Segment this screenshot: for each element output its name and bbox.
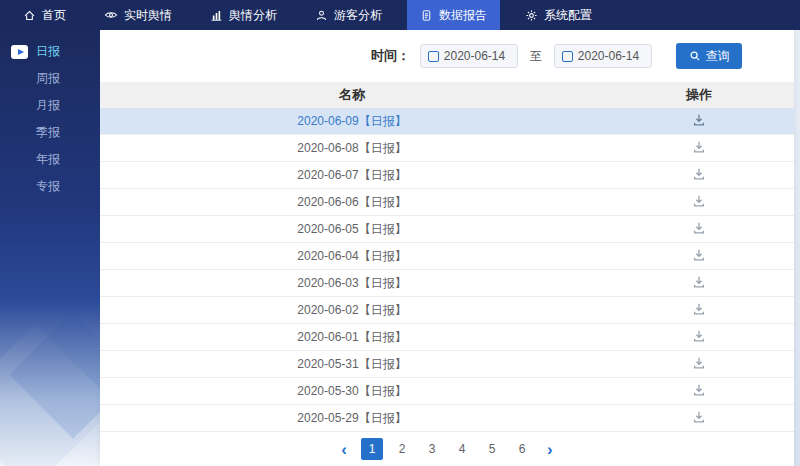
row-actions (604, 329, 794, 346)
nav-item-report[interactable]: 数据报告 (407, 0, 500, 30)
sidebar-item-label: 月报 (36, 97, 60, 114)
calendar-icon (562, 51, 573, 62)
row-actions (604, 194, 794, 211)
nav-item-label: 数据报告 (439, 7, 487, 24)
date-from-input[interactable]: 2020-06-14 (420, 44, 518, 68)
sidebar-item-special[interactable]: 专报 (0, 173, 100, 200)
filter-bar: 时间： 2020-06-14 至 2020-06-14 查询 (100, 30, 794, 82)
report-name-link[interactable]: 2020-05-29【日报】 (100, 410, 604, 427)
row-actions (604, 248, 794, 265)
download-icon[interactable] (692, 194, 706, 208)
nav-item-label: 实时舆情 (124, 7, 172, 24)
report-name-link[interactable]: 2020-06-09【日报】 (100, 113, 604, 130)
report-icon (420, 9, 433, 22)
download-icon[interactable] (692, 221, 706, 235)
table-row: 2020-06-05【日报】 (100, 216, 794, 243)
pagination: ‹ 123456 › (100, 432, 794, 466)
report-name-link[interactable]: 2020-06-08【日报】 (100, 140, 604, 157)
table-row: 2020-05-31【日报】 (100, 351, 794, 378)
row-actions (604, 410, 794, 427)
download-icon[interactable] (692, 356, 706, 370)
to-label: 至 (530, 48, 542, 65)
sidebar-item-yearly[interactable]: 年报 (0, 146, 100, 173)
page-button-6[interactable]: 6 (511, 438, 533, 460)
row-actions (604, 302, 794, 319)
nav-item-visitor[interactable]: 游客分析 (302, 0, 395, 30)
row-actions (604, 356, 794, 373)
gear-icon (525, 9, 538, 22)
active-item-marker (11, 45, 28, 59)
table-row: 2020-06-09【日报】 (100, 108, 794, 135)
download-icon[interactable] (692, 410, 706, 424)
bar-chart-icon (210, 9, 223, 22)
top-nav: 首页 实时舆情 舆情分析 游客分析 (0, 0, 800, 30)
download-icon[interactable] (692, 329, 706, 343)
pagination-pages: 123456 (361, 438, 533, 460)
sidebar-item-weekly[interactable]: 周报 (0, 65, 100, 92)
date-to-input[interactable]: 2020-06-14 (554, 44, 652, 68)
nav-item-settings[interactable]: 系统配置 (512, 0, 605, 30)
sidebar: 日报 周报 月报 季报 年报 专报 (0, 30, 100, 466)
time-label: 时间： (371, 47, 410, 65)
download-icon[interactable] (692, 248, 706, 262)
sidebar-item-monthly[interactable]: 月报 (0, 92, 100, 119)
report-name-link[interactable]: 2020-06-02【日报】 (100, 302, 604, 319)
row-actions (604, 140, 794, 157)
sidebar-item-label: 年报 (36, 151, 60, 168)
report-name-link[interactable]: 2020-06-04【日报】 (100, 248, 604, 265)
report-name-link[interactable]: 2020-06-01【日报】 (100, 329, 604, 346)
report-name-link[interactable]: 2020-05-31【日报】 (100, 356, 604, 373)
nav-item-analysis[interactable]: 舆情分析 (197, 0, 290, 30)
table-row: 2020-06-06【日报】 (100, 189, 794, 216)
row-actions (604, 275, 794, 292)
download-icon[interactable] (692, 302, 706, 316)
sidebar-item-daily[interactable]: 日报 (0, 38, 100, 65)
table-row: 2020-06-02【日报】 (100, 297, 794, 324)
report-name-link[interactable]: 2020-06-07【日报】 (100, 167, 604, 184)
table-row: 2020-05-29【日报】 (100, 405, 794, 432)
download-icon[interactable] (692, 167, 706, 181)
report-table-body: 2020-06-09【日报】 2020-06-08【日报】 2020-06-07… (100, 108, 794, 432)
nav-item-home[interactable]: 首页 (10, 0, 79, 30)
nav-item-realtime[interactable]: 实时舆情 (91, 0, 185, 30)
home-icon (23, 9, 36, 22)
row-actions (604, 167, 794, 184)
sidebar-item-label: 季报 (36, 124, 60, 141)
nav-item-label: 舆情分析 (229, 7, 277, 24)
search-icon (689, 50, 701, 62)
page-button-2[interactable]: 2 (391, 438, 413, 460)
arrow-right-icon (18, 49, 24, 55)
name-column-header: 名称 (100, 86, 604, 104)
nav-item-label: 系统配置 (544, 7, 592, 24)
page-button-5[interactable]: 5 (481, 438, 503, 460)
pagination-next-button[interactable]: › (543, 441, 557, 458)
table-row: 2020-06-03【日报】 (100, 270, 794, 297)
sidebar-item-label: 周报 (36, 70, 60, 87)
query-button[interactable]: 查询 (676, 43, 742, 69)
calendar-icon (428, 51, 439, 62)
date-from-value: 2020-06-14 (439, 49, 510, 63)
nav-item-label: 首页 (42, 7, 66, 24)
sidebar-item-label: 专报 (36, 178, 60, 195)
sidebar-item-quarterly[interactable]: 季报 (0, 119, 100, 146)
row-actions (604, 113, 794, 130)
download-icon[interactable] (692, 275, 706, 289)
page-button-3[interactable]: 3 (421, 438, 443, 460)
row-actions (604, 383, 794, 400)
person-icon (315, 9, 328, 22)
report-name-link[interactable]: 2020-05-30【日报】 (100, 383, 604, 400)
pagination-prev-button[interactable]: ‹ (337, 441, 351, 458)
download-icon[interactable] (692, 140, 706, 154)
sidebar-item-label: 日报 (36, 43, 60, 60)
table-row: 2020-06-01【日报】 (100, 324, 794, 351)
page-button-4[interactable]: 4 (451, 438, 473, 460)
eye-icon (104, 8, 118, 22)
report-name-link[interactable]: 2020-06-06【日报】 (100, 194, 604, 211)
table-header: 名称 操作 (100, 82, 794, 108)
report-name-link[interactable]: 2020-06-03【日报】 (100, 275, 604, 292)
nav-item-label: 游客分析 (334, 7, 382, 24)
report-name-link[interactable]: 2020-06-05【日报】 (100, 221, 604, 238)
page-button-1[interactable]: 1 (361, 438, 383, 460)
download-icon[interactable] (692, 383, 706, 397)
download-icon[interactable] (692, 113, 706, 127)
